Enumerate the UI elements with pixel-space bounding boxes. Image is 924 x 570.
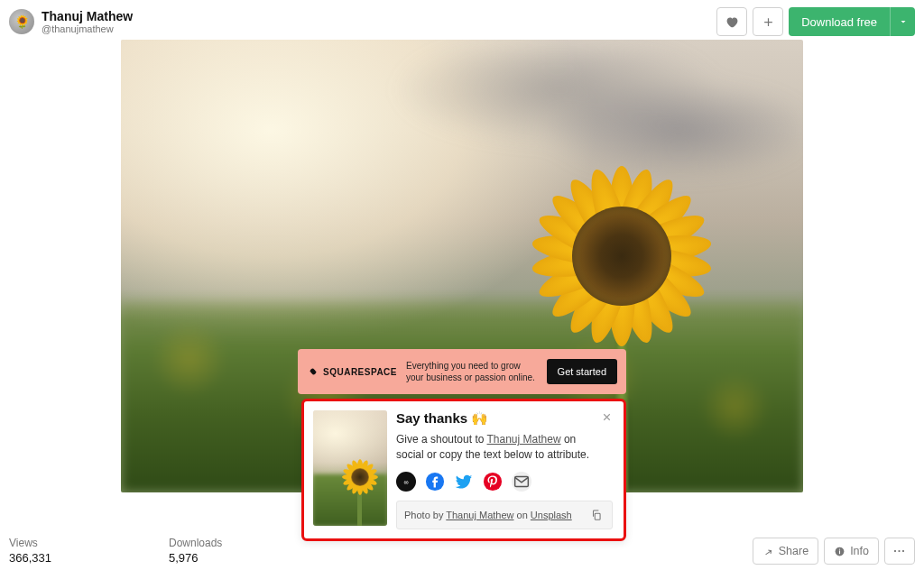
copy-attribution-button[interactable]: [588, 507, 605, 523]
chevron-down-icon: [898, 16, 909, 27]
ad-text: Everything you need to grow your busines…: [406, 360, 538, 383]
ad-logo: SQUARESPACE: [307, 365, 397, 378]
share-facebook-button[interactable]: [425, 472, 445, 492]
info-icon: [834, 546, 845, 557]
page-header: 🌻 Thanuj Mathew @thanujmathew Download f…: [0, 0, 924, 40]
author-block[interactable]: 🌻 Thanuj Mathew @thanujmathew: [9, 9, 133, 34]
author-handle: @thanujmathew: [42, 23, 133, 34]
views-label: Views: [9, 537, 51, 549]
say-thanks-modal: Say thanks 🙌 Give a shoutout to Thanuj M…: [301, 399, 626, 541]
thanks-author-link[interactable]: Thanuj Mathew: [487, 433, 561, 446]
more-actions-button[interactable]: ···: [884, 538, 915, 565]
share-email-button[interactable]: [512, 472, 531, 492]
footer-actions: Share Info ···: [753, 538, 915, 565]
attribution-text: Photo by Thanuj Mathew on Unsplash: [404, 510, 572, 520]
plus-icon: [762, 15, 775, 29]
stat-views: Views 366,331: [9, 537, 51, 565]
squarespace-icon: [307, 365, 319, 378]
thanks-thumbnail: [313, 410, 387, 526]
stats-row: Views 366,331 Downloads 5,976: [9, 537, 222, 565]
download-options-button[interactable]: [890, 7, 915, 36]
circle-icon: ∞: [396, 472, 416, 492]
attr-site-link[interactable]: Unsplash: [531, 510, 572, 520]
like-button[interactable]: [716, 7, 747, 36]
share-button[interactable]: Share: [753, 538, 818, 565]
stat-downloads: Downloads 5,976: [169, 537, 222, 565]
ad-banner: SQUARESPACE Everything you need to grow …: [298, 349, 626, 394]
mail-icon: [512, 472, 531, 492]
downloads-value: 5,976: [169, 551, 222, 565]
thanks-body: Say thanks 🙌 Give a shoutout to Thanuj M…: [396, 410, 613, 529]
header-actions: Download free: [716, 7, 915, 36]
share-twitter-button[interactable]: [454, 472, 474, 492]
facebook-icon: [425, 472, 445, 492]
pinterest-icon: [483, 472, 503, 492]
copy-icon: [590, 509, 603, 521]
share-icon: [762, 546, 774, 557]
add-to-collection-button[interactable]: [753, 7, 783, 36]
hands-emoji-icon: 🙌: [471, 410, 488, 427]
social-share-row: ∞: [396, 472, 613, 492]
heart-icon: [725, 15, 739, 29]
downloads-label: Downloads: [169, 537, 222, 549]
ad-cta-button[interactable]: Get started: [547, 359, 617, 384]
svg-point-8: [839, 548, 840, 549]
attribution-box: Photo by Thanuj Mathew on Unsplash: [396, 501, 613, 529]
photo-sunflower: [522, 157, 721, 355]
info-button[interactable]: Info: [824, 538, 879, 565]
ad-brand: SQUARESPACE: [323, 367, 397, 377]
close-button[interactable]: [598, 409, 614, 425]
download-button[interactable]: Download free: [789, 7, 890, 36]
avatar: 🌻: [9, 9, 34, 34]
svg-point-3: [484, 473, 502, 491]
attr-author-link[interactable]: Thanuj Mathew: [446, 510, 513, 520]
twitter-icon: [454, 472, 474, 492]
author-name: Thanuj Mathew: [42, 9, 133, 23]
more-icon: ···: [893, 545, 905, 557]
svg-rect-7: [839, 550, 840, 554]
page-footer: Views 366,331 Downloads 5,976 Share Info…: [0, 537, 924, 565]
thanks-description: Give a shoutout to Thanuj Mathew on soci…: [396, 432, 613, 463]
views-value: 366,331: [9, 551, 51, 565]
close-icon: [601, 411, 613, 423]
download-group: Download free: [789, 7, 915, 36]
thanks-title: Say thanks 🙌: [396, 410, 613, 427]
svg-rect-5: [595, 513, 600, 519]
svg-text:∞: ∞: [403, 478, 408, 486]
share-dark-button[interactable]: ∞: [396, 472, 416, 492]
share-pinterest-button[interactable]: [483, 472, 503, 492]
